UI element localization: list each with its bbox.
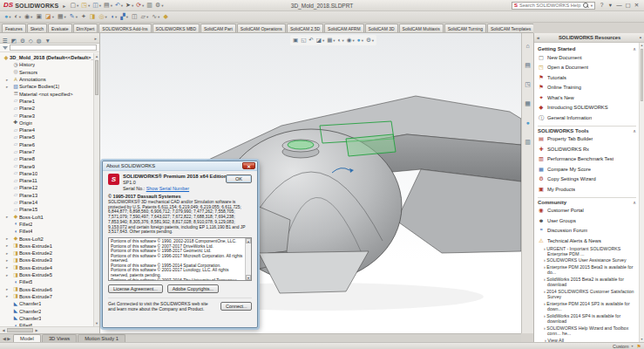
tags-icon[interactable]: ⚑ <box>637 344 641 349</box>
tree-item[interactable]: ◷History <box>0 61 93 68</box>
tree-item[interactable]: ▸◨Boss-Extrude5 <box>0 271 93 278</box>
ribbon-tab-solidcam-operations[interactable]: SolidCAM Operations <box>237 24 286 32</box>
tree-item[interactable]: ▸◨Boss-Extrude4 <box>0 264 93 271</box>
tree-item[interactable]: ◣Chamfer3 <box>0 315 93 322</box>
taskpane-item-online-training[interactable]: ⚑Online Training <box>538 83 636 93</box>
taskpane-item-technical-alerts-news[interactable]: ⚠Technical Alerts & News <box>538 236 636 246</box>
sketch-icon[interactable]: ✎▾ <box>70 12 78 21</box>
scroll-right-icon[interactable]: ▶ <box>33 328 40 332</box>
ribbon-tab-solidcam-templates[interactable]: SolidCAM Templates <box>487 24 533 32</box>
design-library-icon[interactable]: ▤ <box>525 55 531 71</box>
hide-show-caret-icon[interactable]: ▾ <box>31 15 32 19</box>
tree-item[interactable]: ▱Plane11 <box>0 177 93 184</box>
section-view-caret-icon[interactable]: ▾ <box>322 38 324 43</box>
tree-item[interactable]: ▸◆Boss-Loft1 <box>0 214 93 221</box>
ribbon-tab-solidcam-turning[interactable]: SolidCAM Turning <box>444 24 486 32</box>
custom-properties-icon[interactable]: ▥ <box>525 132 531 147</box>
pin-icon[interactable]: ▪ <box>640 35 641 40</box>
adobe-copyrights-button[interactable]: Adobe Copyrights... <box>167 284 219 293</box>
ribbon-tab-solidworks-add-ins[interactable]: SOLIDWORKS Add-Ins <box>98 24 151 32</box>
display-style-caret-icon[interactable]: ▾ <box>342 38 344 43</box>
options-caret-icon[interactable]: ▾ <box>161 3 163 8</box>
tree-vertical-scrollbar[interactable]: ▲ ▼ <box>93 53 99 326</box>
tree-item[interactable]: ▱Plane10 <box>0 170 93 177</box>
close-icon[interactable]: ✕ <box>633 1 641 10</box>
tree-item[interactable]: ▱Plane6 <box>0 141 93 148</box>
tree-item[interactable]: ▸▧Surface Bodies(1) <box>0 83 93 90</box>
tree-item[interactable]: ☰Material <not specified> <box>0 90 93 97</box>
print-icon[interactable]: ▤▾ <box>104 1 112 10</box>
help-caret-icon[interactable]: ▾ <box>607 1 614 10</box>
knob-sketch-highlight[interactable] <box>288 140 314 149</box>
rebuild-caret-icon[interactable]: ▾ <box>142 3 144 8</box>
section-view-caret-icon[interactable]: ▾ <box>52 15 54 19</box>
section-view-icon[interactable]: ◪▾ <box>316 36 324 44</box>
tree-item[interactable]: ▱Plane13 <box>0 192 93 199</box>
news-item[interactable]: › URGENT - Important SOLIDWORKS Enterpri… <box>544 246 636 257</box>
view-palette-icon[interactable]: ▦ <box>525 93 531 109</box>
appearances-icon[interactable]: ● <box>525 113 529 128</box>
section-view-icon[interactable]: ◪▾ <box>45 12 54 21</box>
taskpane-item-discussion-forum[interactable]: ❝Discussion Forum <box>538 226 636 236</box>
taskpane-item-my-products[interactable]: ▣My Products <box>538 184 636 195</box>
pattern-caret-icon[interactable]: ▾ <box>126 15 128 19</box>
taskpane-item-general-information[interactable]: ⓘGeneral Information <box>538 113 636 123</box>
expand-icon[interactable]: ▸ <box>6 78 8 82</box>
scrollbar-thumb[interactable] <box>641 49 643 101</box>
search-caret-icon[interactable]: ▾ <box>591 3 593 8</box>
mirror-icon[interactable]: ◫ <box>132 12 138 21</box>
help-icon[interactable]: ? <box>598 1 606 10</box>
third-party-notices-list[interactable]: ▲ ▼ Portions of this software © 1990, 20… <box>108 237 252 281</box>
filter-input[interactable] <box>10 44 97 51</box>
document-tab-3d-views[interactable]: 3D Views <box>42 334 77 342</box>
hide-show-caret-icon[interactable]: ▾ <box>352 38 354 43</box>
collapse-icon[interactable]: ∧ <box>633 128 636 133</box>
tree-item[interactable]: ▱Plane9 <box>0 162 93 169</box>
dialog-title-bar[interactable]: About SOLIDWORKS ✕ <box>103 161 257 171</box>
curves-icon[interactable]: ∿▾ <box>152 12 159 21</box>
display-mode-selector[interactable]: Custom ▾ <box>613 344 634 349</box>
view-orientation-caret-icon[interactable]: ▾ <box>64 15 66 19</box>
revolve-icon[interactable]: ◎▾ <box>98 12 106 21</box>
tree-horizontal-scrollbar[interactable]: ◀ ▶ <box>0 326 99 333</box>
ribbon-tab-solidcam-2-5d[interactable]: SolidCAM 2.5D <box>287 24 323 32</box>
menu-flyout-icon[interactable]: ▸ <box>63 3 65 9</box>
section-header-getting-started[interactable]: Getting Started∧ <box>538 46 636 51</box>
taskpane-item-copy-settings-wizard[interactable]: ⚙Copy Settings Wizard <box>538 174 636 185</box>
expand-icon[interactable]: ▸ <box>6 258 8 263</box>
options-icon[interactable]: ⚙▾ <box>155 1 164 10</box>
print-caret-icon[interactable]: ▾ <box>111 3 112 8</box>
tree-item[interactable]: ◣Chamfer2 <box>0 307 93 314</box>
tree-item[interactable]: ▱Plane8 <box>0 155 93 162</box>
tree-item[interactable]: ▱Plane14 <box>0 199 93 206</box>
tree-item[interactable]: ▱Plane4 <box>0 127 93 133</box>
scroll-left-icon[interactable]: ◀ <box>0 328 7 332</box>
featuremanager-tree-tab[interactable]: ☰ <box>3 33 8 46</box>
view-orientation-icon[interactable]: ▦▾ <box>58 12 66 21</box>
file-explorer-icon[interactable]: ◳ <box>525 74 531 90</box>
section-header-solidworks-tools[interactable]: SOLIDWORKS Tools∧ <box>538 128 636 133</box>
collapse-icon[interactable]: ∧ <box>633 200 636 205</box>
tree-item[interactable]: ▱Plane12 <box>0 184 93 191</box>
taskpane-item-open-a-document[interactable]: ◳Open a Document <box>538 63 636 73</box>
taskpane-item-new-document[interactable]: ▢New Document <box>538 52 636 63</box>
fmtabs-overflow-icon[interactable]: ▸ <box>94 36 97 41</box>
view-orientation-icon[interactable]: ▦▾ <box>327 36 335 44</box>
taskpane-item-what-s-new[interactable]: ✦What's New <box>538 92 636 103</box>
taskpane-item-introducing-solidworks[interactable]: ◆Introducing SOLIDWORKS <box>538 103 636 113</box>
taskpane-scrollbar[interactable]: ▲ ▼ <box>639 43 644 342</box>
scroll-up-icon[interactable]: ▲ <box>246 238 251 243</box>
file-properties-icon[interactable]: ▥ <box>146 1 153 10</box>
scroll-down-icon[interactable]: ▼ <box>94 320 99 326</box>
tree-item[interactable]: ▸AAnnotations <box>0 76 93 83</box>
document-tab-motion-study-1[interactable]: Motion Study 1 <box>78 334 125 342</box>
taskpane-item-tutorials[interactable]: ⚑Tutorials <box>538 72 636 83</box>
collapse-chevron-icon[interactable]: « <box>537 35 539 40</box>
scroll-up-icon[interactable]: ▲ <box>640 43 644 48</box>
news-item[interactable]: › SolidWorks 2014 SP4 is available for d… <box>544 313 636 324</box>
display-style-icon[interactable]: ◐▾ <box>15 12 22 21</box>
expand-icon[interactable]: ▸ <box>6 251 8 256</box>
zoom-fit-icon[interactable]: ▣ <box>293 36 298 44</box>
taskpane-item-property-tab-builder[interactable]: ▤Property Tab Builder <box>538 134 636 145</box>
news-item[interactable]: › 2014 SOLIDWORKS Customer Satisfaction … <box>544 289 636 299</box>
